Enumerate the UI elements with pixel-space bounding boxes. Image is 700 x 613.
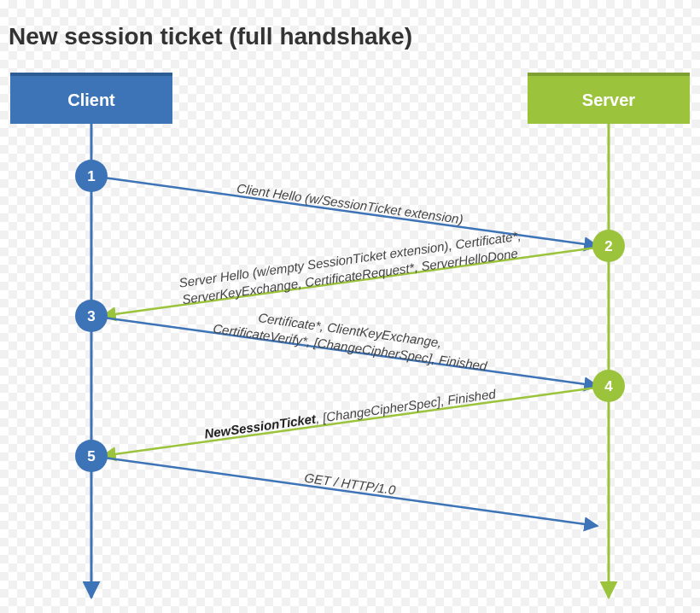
step-1-circle: 1 — [75, 160, 108, 192]
svg-text:3: 3 — [87, 308, 95, 324]
participant-client: Client — [10, 73, 172, 124]
participant-server: Server — [528, 73, 690, 124]
arrow-http-get — [91, 456, 598, 526]
step-3-circle: 3 — [75, 300, 108, 332]
svg-text:5: 5 — [87, 448, 95, 464]
step-5-circle: 5 — [75, 440, 108, 472]
step-2-circle: 2 — [592, 230, 625, 262]
participant-client-label: Client — [67, 90, 115, 110]
diagram-title: New session ticket (full handshake) — [9, 23, 412, 50]
participant-server-label: Server — [582, 90, 635, 110]
svg-text:1: 1 — [87, 168, 95, 184]
arrow-new-session-ticket — [102, 386, 609, 456]
arrow-client-hello — [91, 176, 598, 246]
step-4-circle: 4 — [592, 370, 625, 402]
svg-text:4: 4 — [604, 378, 613, 394]
svg-text:2: 2 — [604, 238, 612, 254]
